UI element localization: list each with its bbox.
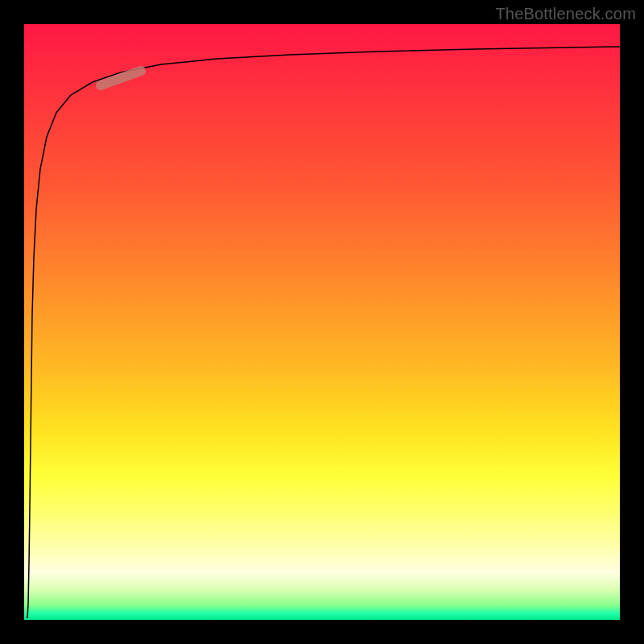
curve-layer [24,24,620,620]
plot-area [24,24,620,620]
watermark-text: TheBottleneck.com [495,5,636,23]
bottleneck-curve [27,47,620,618]
marker-pill [101,71,141,85]
chart-frame: TheBottleneck.com [0,0,644,644]
